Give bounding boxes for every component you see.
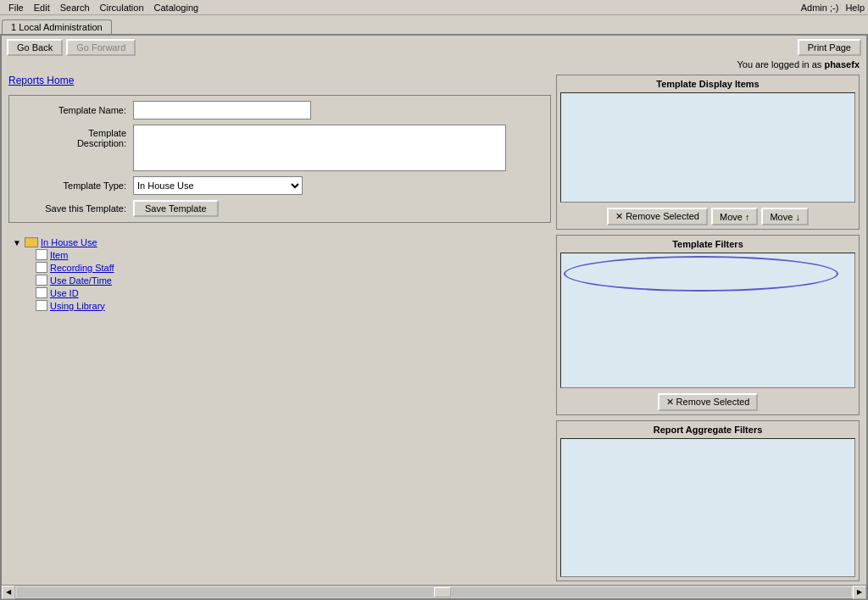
tree-use-id-link[interactable]: Use ID — [50, 288, 79, 298]
filters-remove-button[interactable]: ✕ Remove Selected — [658, 393, 759, 411]
right-panel: Template Display Items ✕ Remove Selected… — [551, 75, 860, 581]
save-template-row: Save this Template: Save Template — [16, 200, 543, 217]
aggregate-filters-section: Report Aggregate Filters — [556, 420, 860, 581]
tree-item-node: Item — [36, 248, 548, 261]
menu-file[interactable]: File — [3, 2, 29, 14]
tree-using-library-link[interactable]: Using Library — [50, 301, 105, 311]
aggregate-filters-title: Report Aggregate Filters — [557, 421, 859, 438]
local-admin-tab[interactable]: 1 Local Administration — [2, 19, 112, 34]
doc-icon-item — [36, 249, 47, 260]
menu-bar: File Edit Search Circulation Cataloging … — [0, 0, 868, 15]
display-items-list[interactable] — [560, 92, 855, 203]
template-name-label: Template Name: — [16, 105, 126, 115]
bottom-scrollbar: ◀ ▶ — [2, 585, 866, 598]
doc-icon-use-date — [36, 275, 47, 286]
display-items-title: Template Display Items — [557, 75, 859, 92]
template-description-row: TemplateDescription: — [16, 125, 543, 171]
help-label[interactable]: Help — [845, 3, 865, 13]
display-items-section: Template Display Items ✕ Remove Selected… — [556, 75, 860, 230]
filters-buttons: ✕ Remove Selected — [557, 392, 859, 414]
doc-icon-recording-staff — [36, 262, 47, 273]
menu-right: Admin ;-) Help — [801, 3, 865, 13]
toolbar: Go Back Go Forward Print Page — [2, 36, 866, 59]
tree-use-date-time-node: Use Date/Time — [36, 274, 548, 286]
menu-edit[interactable]: Edit — [29, 2, 55, 14]
filters-section: Template Filters ✕ Remove Selected — [556, 235, 860, 415]
scroll-right-button[interactable]: ▶ — [853, 586, 866, 599]
template-type-label: Template Type: — [16, 181, 126, 191]
tree-area: ▼ In House Use Item Recording Staff — [8, 233, 551, 315]
tree-root-node: ▼ In House Use — [12, 236, 548, 248]
tree-toggle-root[interactable]: ▼ — [12, 237, 22, 247]
toolbar-left: Go Back Go Forward — [7, 39, 136, 56]
scroll-track[interactable] — [17, 587, 851, 597]
tree-recording-staff-link[interactable]: Recording Staff — [50, 263, 114, 273]
doc-icon-use-id — [36, 287, 47, 298]
tree-children: Item Recording Staff Use Date/Time Use I… — [36, 248, 548, 312]
filters-title: Template Filters — [557, 236, 859, 253]
display-items-remove-button[interactable]: ✕ Remove Selected — [607, 208, 708, 225]
template-description-input[interactable] — [133, 125, 506, 171]
filters-list[interactable] — [560, 253, 855, 388]
print-page-button[interactable]: Print Page — [798, 39, 861, 56]
menu-search[interactable]: Search — [55, 2, 95, 14]
tree-using-library-node: Using Library — [36, 299, 548, 312]
content-area: Reports Home Template Name: TemplateDesc… — [2, 71, 866, 585]
tree-use-date-link[interactable]: Use Date/Time — [50, 275, 112, 286]
scroll-left-button[interactable]: ◀ — [2, 586, 15, 599]
login-text: You are logged in as — [737, 59, 821, 69]
menu-circulation[interactable]: Circulation — [95, 2, 149, 14]
folder-icon-root — [25, 237, 38, 247]
display-items-move-up-button[interactable]: Move ↑ — [711, 208, 758, 225]
template-type-row: Template Type: In House Use Circulation … — [16, 176, 543, 195]
save-template-label: Save this Template: — [16, 203, 126, 214]
save-template-button[interactable]: Save Template — [133, 200, 219, 217]
tree-recording-staff-node: Recording Staff — [36, 261, 548, 274]
template-description-label: TemplateDescription: — [16, 125, 126, 148]
tree-root-link[interactable]: In House Use — [41, 237, 97, 247]
go-forward-button[interactable]: Go Forward — [66, 39, 136, 56]
display-items-move-down-button[interactable]: Move ↓ — [761, 208, 808, 225]
template-type-select[interactable]: In House Use Circulation Cataloging — [133, 176, 303, 195]
left-panel: Reports Home Template Name: TemplateDesc… — [8, 75, 551, 581]
tree-item-link[interactable]: Item — [50, 250, 68, 260]
display-items-buttons: ✕ Remove Selected Move ↑ Move ↓ — [557, 206, 859, 229]
go-back-button[interactable]: Go Back — [7, 39, 63, 56]
tab-bar: 1 Local Administration — [0, 15, 868, 34]
aggregate-filters-list[interactable] — [560, 438, 855, 577]
username-label: phasefx — [824, 59, 860, 69]
template-name-input[interactable] — [133, 101, 311, 119]
reports-home-link[interactable]: Reports Home — [8, 75, 551, 86]
tree-use-id-node: Use ID — [36, 286, 548, 299]
main-window: Go Back Go Forward Print Page You are lo… — [0, 34, 868, 600]
admin-label: Admin ;-) — [801, 3, 839, 13]
template-name-row: Template Name: — [16, 101, 543, 119]
header-right: You are logged in as phasefx — [2, 59, 866, 71]
menu-cataloging[interactable]: Cataloging — [149, 2, 204, 14]
doc-icon-using-library — [36, 300, 47, 311]
scroll-thumb[interactable] — [434, 587, 451, 597]
form-area: Template Name: TemplateDescription: Temp… — [8, 95, 551, 223]
